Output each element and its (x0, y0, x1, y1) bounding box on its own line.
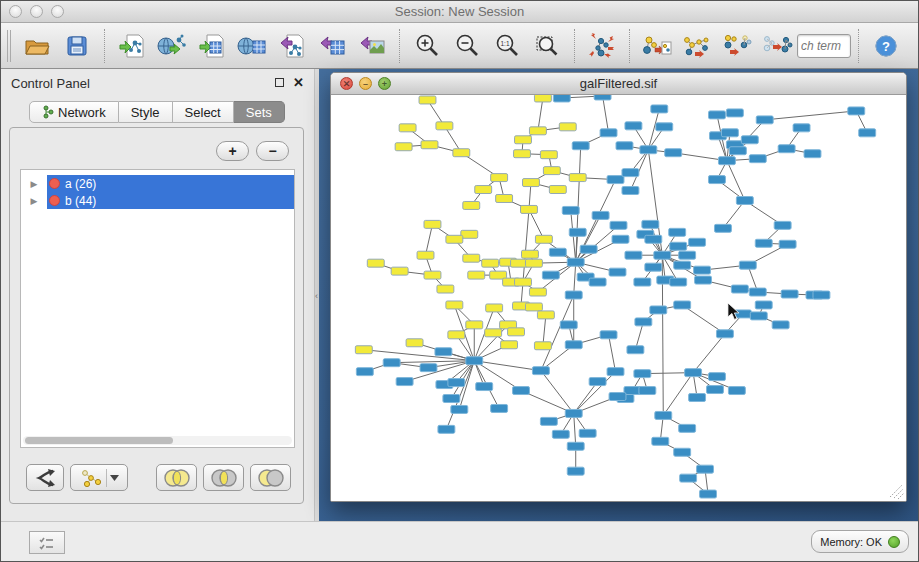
network-graph-svg[interactable] (331, 95, 906, 501)
zoom-selected-button[interactable] (527, 27, 567, 65)
graph-node[interactable] (535, 235, 552, 243)
graph-node[interactable] (540, 151, 557, 159)
graph-node[interactable] (399, 124, 416, 132)
horizontal-scrollbar[interactable] (23, 436, 292, 445)
graph-node[interactable] (726, 109, 743, 117)
graph-node[interactable] (739, 261, 756, 269)
graph-node[interactable] (674, 261, 691, 269)
graph-node[interactable] (589, 278, 606, 286)
toolbar-grip[interactable] (7, 30, 11, 62)
float-panel-icon[interactable] (275, 78, 284, 87)
import-table-url-button[interactable] (232, 27, 272, 65)
network-window-titlebar[interactable]: ✕ – + galFiltered.sif (331, 73, 906, 95)
graph-node[interactable] (559, 123, 576, 131)
list-item-set-a[interactable]: ▶ a (26) (21, 175, 294, 192)
graph-node[interactable] (650, 306, 667, 314)
graph-node[interactable] (513, 387, 530, 395)
graph-node[interactable] (448, 331, 465, 339)
graph-node[interactable] (466, 357, 483, 365)
graph-node[interactable] (756, 116, 773, 124)
graph-node[interactable] (736, 197, 753, 205)
open-file-button[interactable] (17, 27, 57, 65)
graph-node[interactable] (594, 95, 611, 100)
graph-node[interactable] (700, 490, 717, 498)
expand-arrow-icon[interactable]: ▶ (21, 179, 47, 189)
graph-node[interactable] (652, 437, 669, 445)
splitter-handle[interactable]: ‹ (315, 291, 318, 301)
graph-node[interactable] (549, 248, 566, 256)
graph-node[interactable] (475, 186, 492, 194)
graph-node[interactable] (656, 123, 673, 131)
scrollbar-thumb[interactable] (25, 437, 173, 444)
graph-node[interactable] (609, 393, 626, 401)
help-button[interactable]: ? (866, 27, 906, 65)
graph-node[interactable] (804, 150, 821, 158)
zoom-in-button[interactable] (407, 27, 447, 65)
import-network-file-button[interactable] (112, 27, 152, 65)
union-sets-button[interactable] (156, 464, 197, 491)
graph-node[interactable] (534, 95, 551, 102)
memory-status-button[interactable]: Memory: OK (811, 530, 909, 553)
graph-node[interactable] (674, 301, 691, 309)
graph-node[interactable] (610, 221, 627, 229)
graph-node[interactable] (514, 150, 531, 158)
graph-node[interactable] (680, 474, 697, 482)
graph-node[interactable] (669, 228, 686, 236)
ungroup-button[interactable] (717, 27, 757, 65)
graph-node[interactable] (476, 383, 493, 391)
graph-node[interactable] (552, 430, 569, 438)
new-group-button[interactable] (637, 27, 677, 65)
graph-node[interactable] (625, 251, 642, 259)
graph-node[interactable] (655, 411, 672, 419)
graph-node[interactable] (446, 301, 463, 309)
graph-node[interactable] (755, 239, 772, 247)
graph-node[interactable] (565, 291, 582, 299)
graph-node[interactable] (685, 369, 702, 377)
graph-node[interactable] (616, 142, 633, 150)
graph-node[interactable] (463, 201, 480, 209)
graph-node[interactable] (437, 285, 454, 293)
graph-node[interactable] (609, 268, 626, 276)
graph-node[interactable] (622, 187, 639, 195)
graph-node[interactable] (435, 348, 452, 356)
graph-node[interactable] (534, 342, 551, 350)
graph-node[interactable] (781, 290, 798, 298)
graph-node[interactable] (709, 111, 726, 119)
apply-layout-button[interactable] (582, 27, 622, 65)
graph-node[interactable] (532, 367, 549, 375)
graph-node[interactable] (511, 259, 528, 267)
graph-node[interactable] (622, 169, 639, 177)
graph-node[interactable] (679, 251, 696, 259)
graph-node[interactable] (529, 127, 546, 135)
graph-node[interactable] (635, 318, 652, 326)
create-set-from-style-button[interactable] (70, 464, 128, 491)
import-network-url-button[interactable] (152, 27, 192, 65)
graph-node[interactable] (515, 278, 532, 286)
export-network-button[interactable] (272, 27, 312, 65)
graph-node[interactable] (665, 149, 682, 157)
graph-node[interactable] (421, 141, 438, 149)
graph-node[interactable] (729, 147, 746, 155)
graph-node[interactable] (562, 206, 579, 214)
graph-node[interactable] (424, 271, 441, 279)
task-history-button[interactable] (29, 531, 65, 554)
graph-node[interactable] (567, 467, 584, 475)
graph-node[interactable] (592, 211, 609, 219)
graph-node[interactable] (859, 129, 876, 137)
tab-network[interactable]: Network (29, 101, 119, 123)
graph-node[interactable] (525, 303, 542, 311)
graph-node[interactable] (537, 311, 554, 319)
graph-node[interactable] (446, 235, 463, 243)
graph-node[interactable] (718, 157, 735, 165)
graph-node[interactable] (549, 186, 566, 194)
graph-node[interactable] (689, 238, 706, 246)
graph-node[interactable] (612, 235, 629, 243)
graph-node[interactable] (772, 321, 789, 329)
graph-node[interactable] (436, 122, 453, 130)
graph-node[interactable] (419, 96, 436, 104)
graph-node[interactable] (689, 394, 706, 402)
graph-node[interactable] (356, 368, 373, 376)
graph-node[interactable] (553, 95, 570, 102)
graph-node[interactable] (521, 205, 538, 213)
export-table-button[interactable] (312, 27, 352, 65)
